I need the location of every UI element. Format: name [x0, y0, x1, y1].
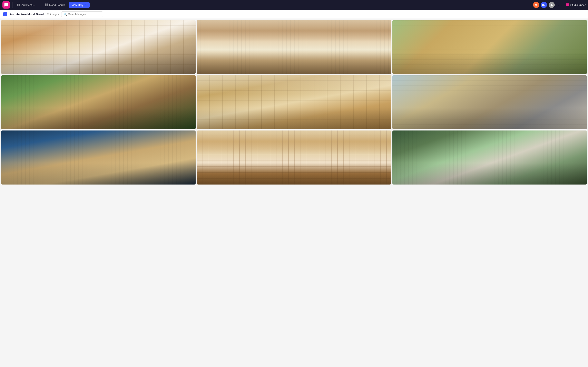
nav-tab-moodboards[interactable]: Mood Boards — [43, 2, 67, 8]
image-5 — [197, 75, 391, 129]
chevron-down-icon — [85, 4, 87, 6]
board-color-icon — [3, 12, 7, 16]
image-4-shadow — [1, 75, 196, 129]
image-2 — [197, 20, 391, 74]
grid-item-8[interactable] — [197, 131, 391, 184]
image-2-shadow — [197, 20, 391, 74]
image-9 — [392, 131, 587, 184]
toolbar-more-button[interactable]: ... — [580, 12, 585, 16]
moodboards-icon — [45, 3, 48, 7]
svg-rect-4 — [45, 3, 46, 5]
image-5-light — [197, 75, 391, 129]
image-7 — [1, 131, 196, 184]
svg-rect-6 — [45, 5, 46, 6]
image-2-overlay — [197, 20, 391, 74]
grid-item-4[interactable] — [1, 75, 196, 129]
nav-divider-2 — [40, 2, 40, 8]
grid-item-1[interactable] — [1, 20, 196, 74]
image-9-overlay — [392, 131, 587, 184]
add-user-icon — [550, 3, 553, 6]
image-8-shadow — [197, 131, 391, 184]
image-8-light — [197, 131, 391, 184]
avatar-2-initials: RD — [542, 4, 545, 6]
image-4-overlay — [1, 75, 196, 129]
studiobinder-label: StudioBinder — [571, 3, 586, 7]
image-8-overlay — [197, 131, 391, 184]
image-6-shadow — [392, 75, 587, 129]
svg-rect-7 — [46, 5, 48, 6]
svg-rect-0 — [17, 4, 18, 5]
image-3-overlay — [392, 20, 587, 74]
search-box[interactable]: 🔍 — [61, 11, 103, 17]
nav-tab-architecture-label: Architectu... — [21, 3, 35, 7]
image-3-shadow — [392, 20, 587, 74]
image-2-light — [197, 20, 391, 74]
image-8 — [197, 131, 391, 184]
image-grid — [0, 19, 588, 186]
svg-rect-1 — [19, 4, 20, 5]
architecture-icon — [17, 3, 20, 7]
grid-item-2[interactable] — [197, 20, 391, 74]
view-only-button[interactable]: View Only — [69, 2, 90, 8]
nav-more-button[interactable]: ... — [556, 2, 564, 8]
grid-item-5[interactable] — [197, 75, 391, 129]
board-title: Architecture Mood Board — [10, 13, 44, 16]
svg-rect-2 — [17, 5, 18, 6]
search-icon: 🔍 — [63, 13, 67, 16]
image-5-shadow — [197, 75, 391, 129]
image-9-shadow — [392, 131, 587, 184]
image-6 — [392, 75, 587, 129]
search-input[interactable] — [68, 13, 101, 16]
app-logo[interactable] — [2, 1, 10, 8]
avatar-user-1[interactable]: O — [533, 2, 539, 8]
grid-item-3[interactable] — [392, 20, 587, 74]
nav-tab-moodboards-label: Mood Boards — [49, 3, 65, 7]
image-1-shadow — [1, 20, 196, 74]
studiobinder-button[interactable]: StudioBinder — [566, 3, 586, 7]
image-1 — [1, 20, 196, 74]
svg-rect-3 — [19, 5, 20, 6]
grid-item-9[interactable] — [392, 131, 587, 184]
image-7-shadow — [1, 131, 196, 184]
image-7-overlay — [1, 131, 196, 184]
grid-item-6[interactable] — [392, 75, 587, 129]
studiobinder-icon — [566, 3, 569, 7]
avatar-1-initials: O — [535, 4, 537, 6]
image-1-light — [1, 20, 196, 74]
toolbar: Architecture Mood Board 27 images 🔍 ... — [0, 10, 588, 19]
logo-icon — [4, 3, 8, 7]
image-3 — [392, 20, 587, 74]
image-count-badge: 27 images — [47, 13, 59, 16]
view-only-label: View Only — [71, 3, 83, 7]
nav-divider-1 — [12, 2, 12, 8]
image-5-overlay — [197, 75, 391, 129]
top-navigation: Architectu... Mood Boards View Only O RD… — [0, 0, 588, 10]
svg-rect-5 — [46, 3, 48, 5]
nav-right-section: O RD ... StudioBinder — [533, 2, 586, 8]
avatar-user-2[interactable]: RD — [541, 2, 547, 8]
image-6-overlay — [392, 75, 587, 129]
image-4 — [1, 75, 196, 129]
avatar-user-3[interactable] — [549, 2, 555, 8]
grid-item-7[interactable] — [1, 131, 196, 184]
nav-tab-architecture[interactable]: Architectu... — [15, 2, 38, 8]
image-1-overlay — [1, 20, 196, 74]
